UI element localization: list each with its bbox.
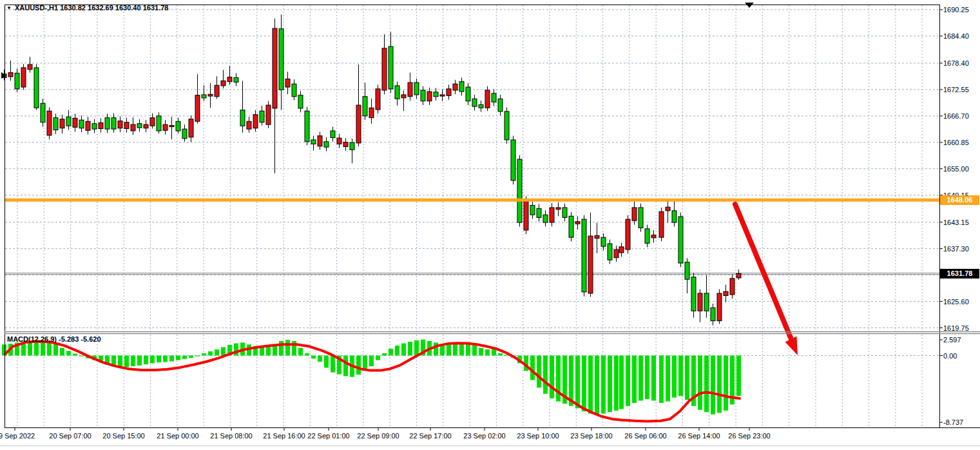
candle-body	[189, 119, 193, 137]
candle-body	[582, 219, 586, 292]
candle-body	[685, 262, 689, 280]
candle-body	[124, 122, 129, 129]
macd-bar	[698, 356, 702, 410]
candle-body	[350, 142, 354, 150]
candle-body	[724, 291, 728, 295]
macd-bar	[343, 356, 348, 377]
macd-bar	[472, 345, 477, 356]
candle-body	[691, 277, 696, 311]
macd-bar	[530, 356, 535, 380]
macd-bar	[144, 356, 148, 365]
trend-arrow[interactable]	[735, 204, 798, 355]
macd-bar	[595, 356, 599, 415]
candle-body	[427, 92, 432, 101]
candle-body	[530, 205, 535, 215]
candle-body	[157, 116, 161, 131]
macd-bar	[459, 344, 464, 356]
candle-body	[260, 111, 264, 122]
hline-price-tag[interactable]: 1648.06	[940, 195, 979, 205]
macd-bar	[537, 356, 541, 388]
macd-bar	[221, 347, 226, 355]
macd-bar	[395, 346, 399, 355]
macd-bar	[169, 356, 174, 362]
candle-body	[543, 215, 548, 222]
chart-canvas[interactable]	[0, 0, 980, 450]
candle-body	[318, 136, 322, 146]
macd-bar	[298, 348, 303, 356]
candle-body	[537, 208, 541, 217]
candle-body	[498, 99, 503, 112]
candle-body	[595, 235, 599, 238]
chart-title: ▼ XAUUSD-,H1 1630.82 1632.69 1630.40 163…	[6, 4, 168, 12]
candle-body	[144, 124, 148, 128]
macd-bar	[376, 356, 380, 360]
candle-body	[266, 105, 271, 124]
macd-bar	[543, 356, 548, 394]
macd-bar	[389, 349, 393, 356]
macd-bar	[47, 342, 52, 355]
candle-body	[447, 89, 451, 96]
candle-body	[575, 222, 580, 224]
candle-body	[408, 83, 412, 97]
candle-body	[208, 94, 213, 96]
candle-body	[479, 104, 483, 108]
candle-body	[736, 273, 741, 278]
macd-bar	[414, 340, 419, 356]
candle-body	[227, 77, 232, 82]
candle-body	[34, 68, 39, 108]
macd-bar	[632, 356, 637, 403]
candle-body	[60, 119, 64, 128]
candle-body	[614, 249, 619, 258]
macd-bar	[73, 354, 77, 356]
candle-body	[704, 293, 709, 311]
candle-body	[8, 73, 13, 77]
candle-body	[550, 208, 554, 222]
candle-body	[337, 138, 341, 144]
candle-body	[176, 121, 180, 131]
candle-body	[15, 73, 19, 89]
candle-body	[202, 95, 206, 98]
macd-bar	[666, 356, 670, 402]
macd-bar	[485, 349, 490, 355]
candle-body	[601, 237, 606, 246]
candle-body	[53, 118, 58, 130]
candle-body	[619, 247, 624, 253]
candle-body	[253, 115, 258, 128]
macd-bar	[311, 356, 316, 359]
candles-layer	[2, 14, 741, 325]
candle-body	[485, 90, 490, 108]
candle-body	[717, 293, 722, 321]
candle-body	[273, 28, 277, 108]
candle-body	[517, 159, 522, 222]
macd-bar	[215, 349, 219, 355]
candle-body	[105, 118, 110, 130]
chart-menu-triangle-icon[interactable]: ▼	[6, 5, 12, 12]
candle-body	[639, 208, 643, 228]
candle-body	[279, 29, 283, 90]
macd-bar	[41, 342, 45, 355]
candle-body	[305, 111, 309, 142]
candle-body	[99, 122, 103, 128]
macd-bar	[639, 356, 643, 401]
candle-body	[41, 103, 45, 122]
candle-body	[382, 48, 387, 90]
candle-body	[440, 95, 445, 96]
candle-body	[234, 77, 238, 82]
macd-bar	[150, 356, 155, 364]
candle-body	[331, 131, 335, 138]
candle-body	[363, 97, 367, 116]
candle-body	[401, 95, 406, 98]
macd-bar	[453, 344, 457, 356]
macd-bar	[208, 351, 213, 356]
candle-body	[324, 142, 329, 147]
macd-bar	[408, 342, 412, 355]
macd-bar	[614, 356, 619, 411]
macd-bar	[685, 356, 689, 400]
candle-body	[137, 124, 142, 128]
candle-body	[369, 108, 374, 117]
macd-bar	[60, 348, 64, 356]
candle-body	[131, 124, 135, 131]
symbol-ohlc-text: XAUUSD-,H1 1630.82 1632.69 1630.40 1631.…	[15, 4, 169, 12]
candle-body	[92, 124, 97, 129]
candle-body	[466, 87, 470, 101]
